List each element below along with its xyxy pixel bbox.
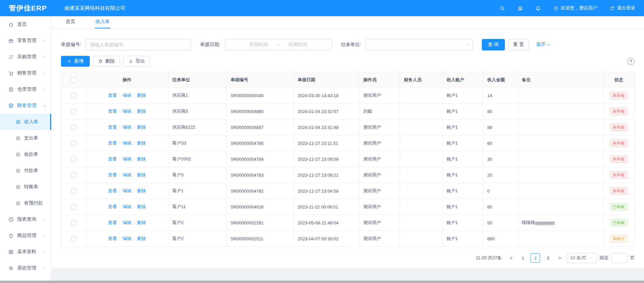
bank-icon[interactable] [517, 5, 523, 11]
view-link[interactable]: 查看 [108, 220, 117, 225]
sidebar-item-goods[interactable]: 商品管理 [0, 227, 51, 244]
sidebar-item-system[interactable]: 系统管理 [0, 260, 51, 276]
edit-link[interactable]: 编辑 [123, 188, 131, 193]
help-icon[interactable]: ? [627, 58, 635, 65]
add-button[interactable]: 新增 [61, 56, 90, 67]
view-link[interactable]: 查看 [108, 188, 117, 193]
view-link[interactable]: 查看 [108, 156, 117, 161]
sidebar-item-receipt-bill[interactable]: 收款单 [0, 146, 51, 162]
table-row: 查看编辑删除 客户1 SR00000004782 2023-12-27 23:0… [61, 183, 635, 199]
bill-no-input[interactable] [86, 39, 191, 50]
delete-link[interactable]: 删除 [137, 140, 146, 146]
search-icon[interactable] [499, 5, 505, 11]
status-badge: 未审核 [610, 139, 628, 147]
tab-首页[interactable]: 首页 [65, 19, 76, 28]
delete-button[interactable]: 删除 [93, 56, 120, 67]
view-link[interactable]: 查看 [108, 93, 117, 98]
view-link[interactable]: 查看 [108, 204, 117, 209]
page-button-3[interactable]: 3 [543, 253, 553, 263]
page-button-2[interactable]: 2 [531, 253, 540, 263]
edit-link[interactable]: 编辑 [123, 172, 131, 177]
cell-remark [518, 231, 603, 247]
delete-link[interactable]: 删除 [137, 93, 146, 98]
status-badge: 已审核 [610, 219, 628, 226]
delete-link[interactable]: 删除 [137, 125, 146, 130]
row-checkbox[interactable] [71, 220, 76, 225]
row-checkbox[interactable] [71, 141, 76, 146]
partner-label: 往来单位: [341, 42, 361, 48]
cell-remark [518, 119, 603, 135]
row-checkbox[interactable] [71, 236, 76, 241]
sidebar-item-basedata[interactable]: 基本资料 [0, 244, 51, 260]
delete-link[interactable]: 删除 [137, 204, 146, 209]
cell-operator: 刘能 [359, 104, 400, 119]
view-link[interactable]: 查看 [108, 125, 117, 130]
edit-link[interactable]: 编辑 [123, 93, 131, 98]
row-checkbox[interactable] [71, 204, 76, 210]
edit-link[interactable]: 编辑 [123, 140, 131, 146]
sidebar-item-advance-receipt[interactable]: 收预付款 [0, 195, 51, 211]
basedata-icon [8, 249, 14, 255]
reset-button[interactable]: 重 置 [508, 39, 529, 50]
sidebar-item-expense-bill[interactable]: 支出单 [0, 130, 51, 146]
sidebar-item-report[interactable]: 报表查询 [0, 211, 51, 227]
filter-bar: 单据编号: 单据日期: 开始时间 ~ 结束时间 往来单位: 查 询 重 置 展开 [61, 29, 635, 50]
status-badge: 未审核 [610, 171, 628, 179]
clock-icon [553, 6, 558, 11]
row-checkbox[interactable] [71, 93, 76, 98]
view-link[interactable]: 查看 [108, 109, 117, 114]
expand-link[interactable]: 展开 [536, 42, 551, 48]
date-range-picker[interactable]: 开始时间 ~ 结束时间 [225, 39, 332, 50]
sidebar-item-purchase[interactable]: 采购管理 [0, 49, 51, 65]
edit-link[interactable]: 编辑 [123, 204, 131, 209]
logout-button[interactable]: 退出登录 [609, 5, 635, 11]
cell-remark [518, 88, 603, 104]
delete-link[interactable]: 删除 [137, 156, 146, 161]
sidebar-item-retail[interactable]: 零售管理 [0, 32, 51, 49]
sidebar-item-home[interactable]: 首页 [0, 16, 51, 32]
row-checkbox[interactable] [71, 189, 76, 194]
row-checkbox[interactable] [71, 125, 76, 130]
income-bill-panel: 单据编号: 单据日期: 开始时间 ~ 结束时间 往来单位: 查 询 重 置 展开 [51, 29, 644, 268]
tab-收入单[interactable]: 收入单 [95, 19, 110, 28]
prev-page-button[interactable]: < [507, 253, 515, 263]
delete-link[interactable]: 删除 [137, 236, 146, 241]
export-button[interactable]: 导出 [123, 56, 150, 67]
delete-link[interactable]: 删除 [137, 220, 146, 225]
partner-select[interactable] [366, 39, 473, 50]
row-checkbox[interactable] [71, 157, 76, 162]
search-button[interactable]: 查 询 [482, 39, 505, 50]
welcome-user[interactable]: 欢迎您，测试用户 [553, 5, 597, 11]
cell-remark [518, 183, 603, 199]
delete-link[interactable]: 删除 [137, 188, 146, 193]
sidebar-item-transfer-bill[interactable]: 转账单 [0, 179, 51, 195]
cell-partner: 供应商b222 [168, 119, 227, 135]
edit-link[interactable]: 编辑 [123, 220, 131, 225]
row-checkbox[interactable] [71, 109, 76, 114]
delete-link[interactable]: 删除 [137, 172, 146, 177]
edit-link[interactable]: 编辑 [123, 236, 131, 241]
edit-link[interactable]: 编辑 [123, 125, 131, 130]
sidebar-item-warehouse[interactable]: 仓库管理 [0, 81, 51, 97]
sidebar-item-finance[interactable]: 财务管理 [0, 97, 51, 114]
sidebar-item-sales[interactable]: 销售管理 [0, 65, 51, 81]
bill-no-label: 单据编号: [61, 42, 81, 48]
bell-icon[interactable] [535, 5, 541, 11]
delete-link[interactable]: 删除 [137, 109, 146, 114]
sidebar-item-payment-bill[interactable]: 付款单 [0, 162, 51, 179]
view-link[interactable]: 查看 [108, 172, 117, 177]
page-size-select[interactable]: 10 条/页 [567, 253, 597, 263]
sidebar-item-income-bill[interactable]: 收入单 [0, 114, 51, 130]
table-row: 查看编辑删除 客户2002 SR00000004784 2023-12-27 2… [61, 151, 635, 167]
edit-link[interactable]: 编辑 [123, 156, 131, 161]
page-button-1[interactable]: 1 [518, 253, 528, 263]
cell-remark [518, 167, 603, 183]
jump-page-input[interactable] [611, 253, 627, 263]
next-page-button[interactable]: > [556, 253, 564, 263]
row-checkbox[interactable] [71, 173, 76, 178]
edit-link[interactable]: 编辑 [123, 109, 131, 114]
horizontal-scrollbar[interactable] [0, 281, 644, 283]
view-link[interactable]: 查看 [108, 236, 117, 241]
select-all-checkbox[interactable] [71, 78, 76, 83]
view-link[interactable]: 查看 [108, 140, 117, 146]
